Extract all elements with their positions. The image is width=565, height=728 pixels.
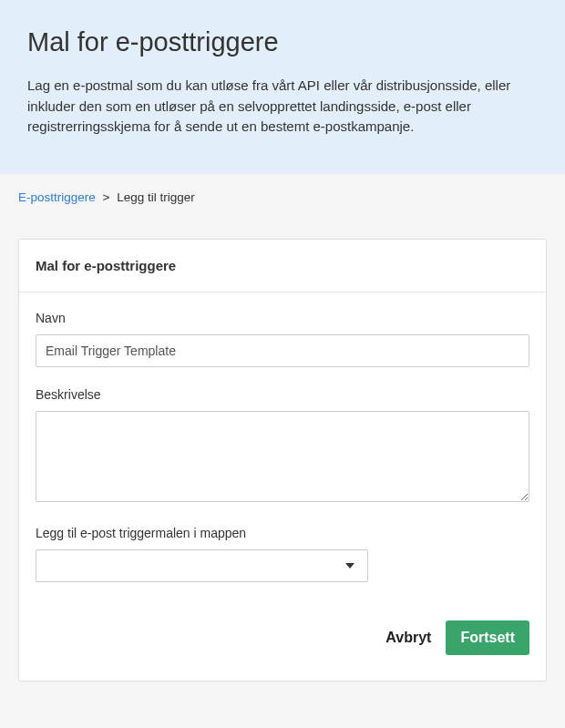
page-header: Mal for e-posttriggere Lag en e-postmal … bbox=[0, 0, 565, 174]
form-group-folder: Legg til e-post triggermalen i mappen bbox=[36, 526, 529, 582]
breadcrumb: E-posttriggere > Legg til trigger bbox=[0, 174, 565, 220]
cancel-button[interactable]: Avbryt bbox=[382, 622, 435, 653]
breadcrumb-separator: > bbox=[103, 190, 110, 204]
form-card: Mal for e-posttriggere Navn Beskrivelse … bbox=[18, 239, 547, 682]
page-title: Mal for e-posttriggere bbox=[27, 27, 538, 57]
chevron-down-icon bbox=[345, 563, 354, 569]
description-textarea[interactable] bbox=[36, 411, 529, 502]
breadcrumb-link[interactable]: E-posttriggere bbox=[18, 190, 96, 204]
breadcrumb-current: Legg til trigger bbox=[117, 190, 195, 204]
form-group-name: Navn bbox=[36, 311, 529, 367]
name-label: Navn bbox=[36, 311, 529, 325]
folder-label: Legg til e-post triggermalen i mappen bbox=[36, 526, 529, 540]
card-body: Navn Beskrivelse Legg til e-post trigger… bbox=[19, 292, 546, 681]
form-group-description: Beskrivelse bbox=[36, 387, 529, 506]
folder-select[interactable] bbox=[36, 549, 368, 582]
continue-button[interactable]: Fortsett bbox=[446, 620, 529, 655]
name-input[interactable] bbox=[36, 334, 529, 367]
page-description: Lag en e-postmal som du kan utløse fra v… bbox=[27, 76, 538, 138]
card-footer: Avbryt Fortsett bbox=[36, 602, 529, 655]
description-label: Beskrivelse bbox=[36, 387, 529, 402]
card-title: Mal for e-posttriggere bbox=[36, 258, 529, 273]
card-header: Mal for e-posttriggere bbox=[19, 240, 546, 292]
